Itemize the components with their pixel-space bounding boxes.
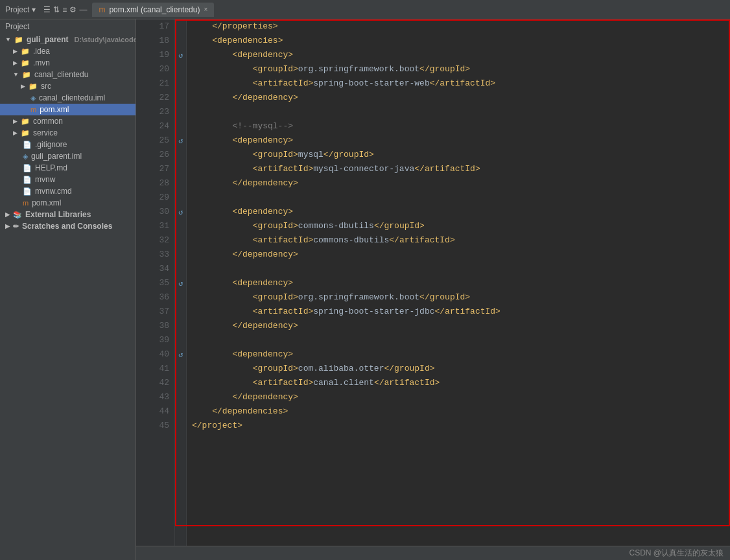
sidebar-item-mvn[interactable]: ▶ 📁 .mvn bbox=[0, 57, 135, 69]
code-line: </dependency> bbox=[192, 390, 730, 404]
line-number: 23 bbox=[136, 105, 169, 119]
editor-content[interactable]: 1718192021222324252627282930313233343536… bbox=[136, 19, 730, 546]
ext-libs-icon: 📚 bbox=[13, 211, 22, 219]
path-hint: D:\study\java\code... bbox=[75, 36, 136, 43]
sidebar-title: Project bbox=[5, 22, 29, 31]
gutter-icon bbox=[175, 404, 186, 419]
line-number: 29 bbox=[136, 191, 169, 205]
toolbar-icon-1[interactable]: ☰ bbox=[43, 5, 51, 14]
reload-icon[interactable]: ↺ bbox=[178, 350, 183, 360]
sidebar-label: src bbox=[41, 82, 51, 91]
gutter-icon bbox=[175, 148, 186, 162]
title-bar: Project ▾ ☰ ⇅ ≡ ⚙ — m pom.xml (canal_cli… bbox=[0, 0, 730, 19]
iml-file-icon: ◈ bbox=[23, 152, 28, 161]
tab-icon: m bbox=[99, 5, 105, 14]
code-line: <dependencies> bbox=[192, 34, 730, 48]
toolbar-icon-2[interactable]: ⇅ bbox=[53, 5, 60, 14]
reload-icon[interactable]: ↺ bbox=[178, 136, 183, 146]
line-number: 28 bbox=[136, 176, 169, 191]
sidebar-item-mvnw[interactable]: 📄 mvnw bbox=[0, 174, 135, 185]
arrow-down-icon: ▼ bbox=[5, 36, 11, 43]
code-editor[interactable]: </properties> <dependencies> <dependency… bbox=[187, 19, 730, 546]
gutter-icon bbox=[175, 191, 186, 205]
gutter-icon bbox=[175, 376, 186, 390]
line-number: 43 bbox=[136, 390, 169, 404]
sidebar-item-pom-xml[interactable]: m pom.xml bbox=[0, 104, 135, 115]
sidebar-item-common[interactable]: ▶ 📁 common bbox=[0, 115, 135, 127]
sidebar-label: .gitignore bbox=[35, 140, 67, 149]
line-number: 39 bbox=[136, 333, 169, 347]
code-line: <groupId>org.springframework.boot</group… bbox=[192, 290, 730, 305]
project-label: Project bbox=[5, 5, 29, 14]
sidebar-item-mvnwcmd[interactable]: 📄 mvnw.cmd bbox=[0, 185, 135, 197]
sidebar-item-canal-clientedu[interactable]: ▼ 📁 canal_clientedu bbox=[0, 69, 135, 80]
sidebar-label: common bbox=[33, 117, 63, 126]
folder-icon: 📁 bbox=[21, 47, 30, 56]
toolbar-icon-4[interactable]: ⚙ bbox=[69, 5, 77, 14]
line-number: 20 bbox=[136, 62, 169, 76]
toolbar-icon-5[interactable]: — bbox=[79, 5, 87, 14]
sidebar-label: mvnw bbox=[35, 175, 55, 184]
sidebar-item-service[interactable]: ▶ 📁 service bbox=[0, 127, 135, 139]
folder-icon: 📁 bbox=[21, 117, 30, 126]
code-line bbox=[192, 262, 730, 276]
arrow-right-icon: ▶ bbox=[5, 211, 10, 218]
project-menu[interactable]: Project ▾ ☰ ⇅ ≡ ⚙ — bbox=[5, 5, 87, 14]
sidebar-label: guli_parent.iml bbox=[31, 152, 82, 161]
sidebar-label: canal_clientedu.iml bbox=[39, 93, 105, 102]
gutter-icon bbox=[175, 333, 186, 347]
tab-close-button[interactable]: × bbox=[204, 6, 207, 13]
line-number: 34 bbox=[136, 262, 169, 276]
sidebar-item-help-md[interactable]: 📄 HELP.md bbox=[0, 162, 135, 174]
arrow-right-icon: ▶ bbox=[21, 83, 25, 89]
sidebar-item-external-libs[interactable]: ▶ 📚 External Libraries bbox=[0, 209, 135, 220]
code-line: <!--mysql--> bbox=[192, 119, 730, 134]
sidebar-item-canal-iml[interactable]: ◈ canal_clientedu.iml bbox=[0, 92, 135, 104]
reload-icon[interactable]: ↺ bbox=[178, 207, 183, 217]
arrow-right-icon: ▶ bbox=[13, 48, 18, 54]
sidebar-item-src[interactable]: ▶ 📁 src bbox=[0, 80, 135, 92]
sidebar-label: Scratches and Consoles bbox=[22, 222, 112, 231]
sidebar-item-guli-parent[interactable]: ▼ 📁 guli_parent D:\study\java\code... bbox=[0, 34, 135, 45]
sidebar-label: pom.xml bbox=[40, 105, 69, 114]
code-line: <groupId>mysql</groupId> bbox=[192, 148, 730, 162]
sidebar: Project ▼ 📁 guli_parent D:\study\java\co… bbox=[0, 19, 136, 560]
editor-tab[interactable]: m pom.xml (canal_clientedu) × bbox=[92, 3, 214, 17]
sidebar-item-idea[interactable]: ▶ 📁 .idea bbox=[0, 45, 135, 57]
arrow-down-icon: ▼ bbox=[13, 71, 19, 78]
reload-icon[interactable]: ↺ bbox=[178, 279, 183, 288]
sidebar-label: .mvn bbox=[33, 58, 50, 67]
gutter-icon bbox=[175, 262, 186, 276]
sidebar-item-gitignore[interactable]: 📄 .gitignore bbox=[0, 139, 135, 150]
watermark: CSDN @认真生活的灰太狼 bbox=[629, 548, 724, 559]
folder-icon: 📁 bbox=[22, 71, 31, 79]
line-number: 31 bbox=[136, 219, 169, 233]
sidebar-item-scratches[interactable]: ▶ ✏ Scratches and Consoles bbox=[0, 220, 135, 232]
sidebar-label: .idea bbox=[33, 47, 50, 56]
code-line: <groupId>com.alibaba.otter</groupId> bbox=[192, 362, 730, 376]
xml-file-icon: m bbox=[23, 199, 29, 207]
line-number: 38 bbox=[136, 319, 169, 333]
folder-icon: 📁 bbox=[21, 59, 30, 67]
gutter-icon bbox=[175, 290, 186, 305]
gutter-icon bbox=[175, 105, 186, 119]
line-number: 19 bbox=[136, 48, 169, 62]
code-line: </dependencies> bbox=[192, 404, 730, 419]
line-number: 32 bbox=[136, 233, 169, 248]
sidebar-item-guli-iml[interactable]: ◈ guli_parent.iml bbox=[0, 150, 135, 162]
sidebar-item-pom-root[interactable]: m pom.xml bbox=[0, 197, 135, 209]
line-number: 21 bbox=[136, 76, 169, 91]
gutter-icon bbox=[175, 319, 186, 333]
line-number: 25 bbox=[136, 134, 169, 148]
gutter-icon bbox=[175, 76, 186, 91]
reload-icon[interactable]: ↺ bbox=[178, 51, 183, 60]
line-number: 35 bbox=[136, 276, 169, 290]
code-line: </project> bbox=[192, 419, 730, 433]
project-dropdown-icon[interactable]: ▾ bbox=[32, 5, 36, 14]
gutter-icon bbox=[175, 219, 186, 233]
gutter-icon bbox=[175, 362, 186, 376]
gutter-icon: ↺ bbox=[175, 347, 186, 362]
code-line: </properties> bbox=[192, 19, 730, 34]
gutter-icon: ↺ bbox=[175, 48, 186, 62]
toolbar-icon-3[interactable]: ≡ bbox=[62, 5, 67, 14]
